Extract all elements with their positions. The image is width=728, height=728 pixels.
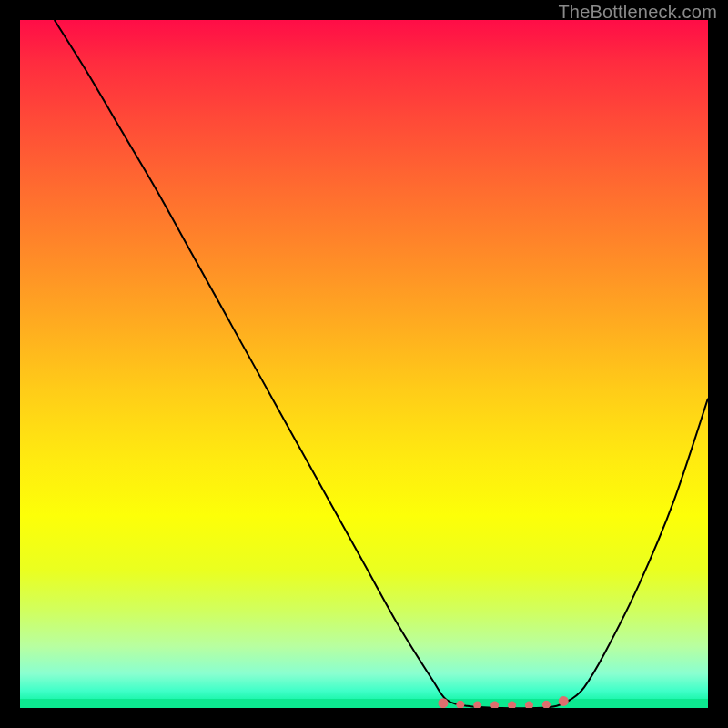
highlight-points-group	[438, 696, 568, 708]
chart-container: TheBottleneck.com	[0, 0, 728, 728]
highlight-point	[473, 701, 481, 708]
highlight-point	[490, 701, 499, 708]
highlight-point	[456, 701, 464, 708]
highlight-point	[438, 698, 448, 708]
highlight-point	[542, 701, 551, 708]
watermark-text: TheBottleneck.com	[558, 2, 717, 23]
highlight-point	[559, 696, 569, 706]
highlight-point	[508, 701, 516, 708]
bottleneck-curve	[55, 20, 708, 708]
chart-svg	[20, 20, 708, 708]
highlight-point	[525, 701, 533, 708]
